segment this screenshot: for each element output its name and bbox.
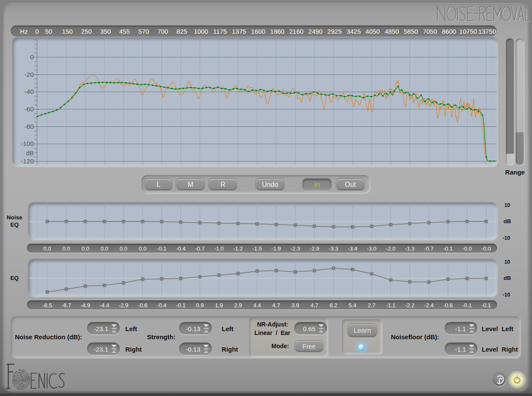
svg-text:-60: -60 — [24, 105, 34, 113]
svg-text:-100: -100 — [21, 140, 34, 147]
svg-text:-20: -20 — [24, 71, 34, 78]
svg-text:-40: -40 — [24, 88, 34, 95]
svg-text:-80: -80 — [24, 123, 34, 130]
svg-text:0: 0 — [30, 53, 34, 61]
svg-text:dB: dB — [26, 149, 34, 157]
svg-text:-120: -120 — [21, 157, 34, 165]
